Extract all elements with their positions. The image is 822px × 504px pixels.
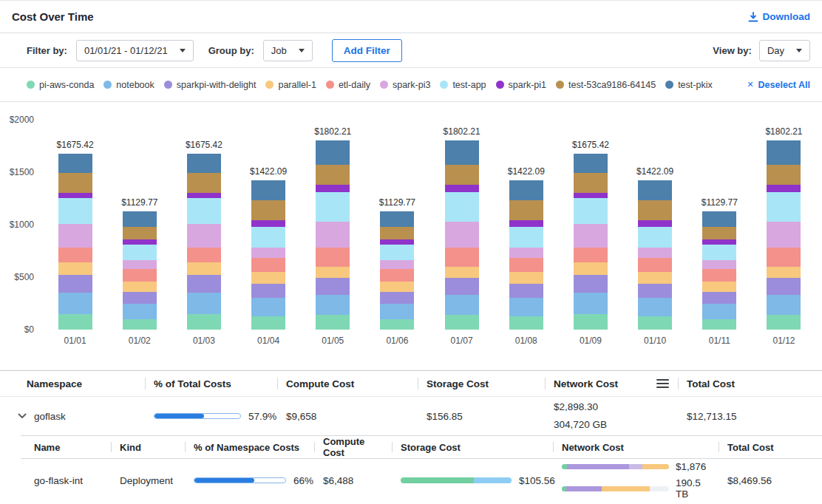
bar-segment-test-pkix[interactable] xyxy=(767,140,801,165)
bar-segment-test-app[interactable] xyxy=(123,245,157,260)
bar-segment-test-53ca9186-64145[interactable] xyxy=(638,200,672,220)
bar-segment-test-53ca9186-64145[interactable] xyxy=(445,165,479,185)
bar-segment-test-53ca9186-64145[interactable] xyxy=(380,227,414,239)
bar-segment-etl-daily[interactable] xyxy=(316,248,350,267)
bar-segment-parallel-1[interactable] xyxy=(251,272,285,284)
bar-group-01/10[interactable]: $1422.09 xyxy=(623,120,687,330)
bar-segment-test-pkix[interactable] xyxy=(445,140,479,165)
legend-item-pi-aws-conda[interactable]: pi-aws-conda xyxy=(27,80,94,90)
bar-segment-spark-pi1[interactable] xyxy=(509,220,543,227)
stacked-bar[interactable] xyxy=(123,211,157,330)
bar-group-01/03[interactable]: $1675.42 xyxy=(171,120,236,330)
bar-segment-pi-aws-conda[interactable] xyxy=(574,314,608,330)
bar-segment-sparkpi-with-delight[interactable] xyxy=(123,292,157,304)
col-header-pct-total[interactable]: % of Total Costs xyxy=(145,371,277,396)
stacked-bar[interactable] xyxy=(316,140,350,330)
bar-segment-test-app[interactable] xyxy=(574,198,608,223)
bar-segment-spark-pi3[interactable] xyxy=(767,222,801,248)
bar-segment-sparkpi-with-delight[interactable] xyxy=(445,278,479,295)
bar-segment-test-53ca9186-64145[interactable] xyxy=(251,200,285,220)
bar-segment-notebook[interactable] xyxy=(380,304,414,319)
bar-group-01/06[interactable]: $1129.77 xyxy=(365,120,429,330)
bar-segment-etl-daily[interactable] xyxy=(509,258,543,271)
bar-segment-notebook[interactable] xyxy=(123,304,157,319)
bar-group-01/07[interactable]: $1802.21 xyxy=(429,120,494,330)
bar-group-01/08[interactable]: $1422.09 xyxy=(494,120,558,330)
view-by-select[interactable]: Day xyxy=(759,40,810,61)
col-header-namespace[interactable]: Namespace xyxy=(0,371,145,396)
bar-segment-parallel-1[interactable] xyxy=(187,262,221,275)
bar-segment-test-pkix[interactable] xyxy=(123,211,157,227)
bar-segment-etl-daily[interactable] xyxy=(574,248,608,262)
bar-segment-test-pkix[interactable] xyxy=(251,180,285,200)
subcol-header-storage[interactable]: Storage Cost xyxy=(392,436,553,458)
bar-group-01/09[interactable]: $1675.42 xyxy=(558,120,622,330)
bar-group-01/12[interactable]: $1802.21 xyxy=(752,120,816,330)
bar-segment-notebook[interactable] xyxy=(445,295,479,315)
bar-segment-spark-pi1[interactable] xyxy=(251,220,285,227)
bar-segment-test-pkix[interactable] xyxy=(638,180,672,200)
bar-segment-spark-pi3[interactable] xyxy=(509,248,543,258)
bar-segment-test-53ca9186-64145[interactable] xyxy=(123,227,157,239)
bar-segment-test-53ca9186-64145[interactable] xyxy=(58,173,92,193)
stacked-bar[interactable] xyxy=(187,154,221,330)
bar-segment-spark-pi3[interactable] xyxy=(251,248,285,258)
col-header-network[interactable]: Network Cost xyxy=(545,371,678,396)
subcol-header-compute[interactable]: Compute Cost xyxy=(314,436,392,458)
bar-segment-etl-daily[interactable] xyxy=(445,248,479,267)
bar-segment-test-app[interactable] xyxy=(316,192,350,222)
bar-segment-notebook[interactable] xyxy=(251,298,285,316)
stacked-bar[interactable] xyxy=(380,211,414,330)
bar-segment-parallel-1[interactable] xyxy=(445,267,479,279)
bar-segment-parallel-1[interactable] xyxy=(509,272,543,284)
bar-segment-notebook[interactable] xyxy=(58,293,92,313)
bar-segment-pi-aws-conda[interactable] xyxy=(316,315,350,330)
subcol-header-total[interactable]: Total Cost xyxy=(719,436,822,458)
bar-segment-spark-pi1[interactable] xyxy=(638,220,672,227)
col-header-total[interactable]: Total Cost xyxy=(678,371,822,396)
table-row[interactable]: goflask 57.9% $9,658 $156.85 $2,898.30 3… xyxy=(0,397,822,435)
bar-segment-test-pkix[interactable] xyxy=(702,211,736,227)
bar-segment-notebook[interactable] xyxy=(509,298,543,316)
col-header-storage[interactable]: Storage Cost xyxy=(418,371,545,396)
bar-segment-test-pkix[interactable] xyxy=(380,211,414,227)
stacked-bar[interactable] xyxy=(767,140,801,330)
bar-segment-sparkpi-with-delight[interactable] xyxy=(316,278,350,295)
bar-segment-spark-pi3[interactable] xyxy=(123,260,157,268)
date-range-select[interactable]: 01/01/21 - 01/12/21 xyxy=(76,40,194,61)
bar-segment-parallel-1[interactable] xyxy=(574,262,608,275)
bar-segment-spark-pi3[interactable] xyxy=(638,248,672,258)
bar-segment-test-53ca9186-64145[interactable] xyxy=(509,200,543,220)
stacked-bar[interactable] xyxy=(638,180,672,330)
subcol-header-name[interactable]: Name xyxy=(21,436,111,458)
bar-segment-parallel-1[interactable] xyxy=(380,282,414,292)
bar-segment-test-53ca9186-64145[interactable] xyxy=(702,227,736,239)
bar-segment-test-53ca9186-64145[interactable] xyxy=(767,165,801,185)
bar-segment-spark-pi3[interactable] xyxy=(58,224,92,248)
stacked-bar[interactable] xyxy=(509,180,543,330)
bar-segment-pi-aws-conda[interactable] xyxy=(445,315,479,330)
bar-segment-parallel-1[interactable] xyxy=(702,282,736,292)
bar-segment-notebook[interactable] xyxy=(767,295,801,315)
group-by-select[interactable]: Job xyxy=(263,40,313,61)
bar-segment-etl-daily[interactable] xyxy=(638,258,672,271)
bar-segment-spark-pi1[interactable] xyxy=(123,239,157,245)
bar-segment-sparkpi-with-delight[interactable] xyxy=(767,278,801,295)
bar-segment-sparkpi-with-delight[interactable] xyxy=(702,292,736,304)
add-filter-button[interactable]: Add Filter xyxy=(332,39,402,62)
legend-item-spark-pi1[interactable]: spark-pi1 xyxy=(496,80,546,90)
legend-item-notebook[interactable]: notebook xyxy=(103,80,154,90)
bar-segment-test-53ca9186-64145[interactable] xyxy=(187,173,221,193)
bar-group-01/02[interactable]: $1129.77 xyxy=(107,120,171,330)
bar-segment-test-pkix[interactable] xyxy=(58,154,92,173)
legend-item-etl-daily[interactable]: etl-daily xyxy=(326,80,370,90)
bar-segment-etl-daily[interactable] xyxy=(251,258,285,271)
legend-item-test-pkix[interactable]: test-pkix xyxy=(665,80,713,90)
bar-segment-pi-aws-conda[interactable] xyxy=(638,316,672,330)
legend-item-parallel-1[interactable]: parallel-1 xyxy=(265,80,316,90)
bar-segment-test-pkix[interactable] xyxy=(316,140,350,165)
bar-segment-parallel-1[interactable] xyxy=(316,267,350,279)
subcol-header-kind[interactable]: Kind xyxy=(111,436,185,458)
bar-segment-pi-aws-conda[interactable] xyxy=(251,316,285,330)
bar-segment-spark-pi1[interactable] xyxy=(316,185,350,192)
